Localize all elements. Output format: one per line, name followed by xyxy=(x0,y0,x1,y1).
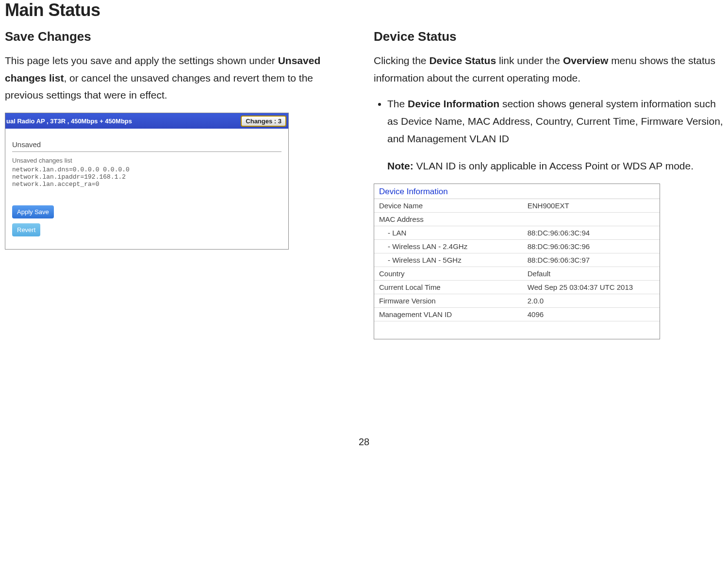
text-bold: Device Status xyxy=(429,55,496,66)
left-column: Save Changes This page lets you save and… xyxy=(5,29,354,339)
cell-value: ENH900EXT xyxy=(523,199,660,213)
unsaved-changes-list: network.lan.dns=0.0.0.0 0.0.0.0 network.… xyxy=(12,166,281,188)
table-row: Firmware Version 2.0.0 xyxy=(374,294,660,308)
table-row: Country Default xyxy=(374,267,660,281)
cell-value xyxy=(523,213,660,226)
table-row: Current Local Time Wed Sep 25 03:04:37 U… xyxy=(374,281,660,294)
cell-value: 88:DC:96:06:3C:94 xyxy=(523,226,660,240)
cell-label: Country xyxy=(374,267,523,281)
cell-value: 88:DC:96:06:3C:97 xyxy=(523,253,660,267)
cell-label: Device Name xyxy=(374,199,523,213)
table-row: - Wireless LAN - 5GHz 88:DC:96:06:3C:97 xyxy=(374,253,660,267)
table-row: - LAN 88:DC:96:06:3C:94 xyxy=(374,226,660,240)
cell-label: - Wireless LAN - 5GHz xyxy=(374,253,523,267)
cell-label: Management VLAN ID xyxy=(374,308,523,321)
page-number: 28 xyxy=(5,436,723,448)
table-row: MAC Address xyxy=(374,213,660,226)
table-row: Device Name ENH900EXT xyxy=(374,199,660,213)
unsaved-subheading: Unsaved changes list xyxy=(12,151,281,164)
device-status-list: The Device Information section shows gen… xyxy=(374,95,723,147)
screenshot-title: ual Radio AP , 3T3R , 450Mbps + 450Mbps xyxy=(6,117,132,125)
revert-button[interactable]: Revert xyxy=(12,223,40,236)
device-info-title: Device Information xyxy=(374,184,660,199)
device-info-table: Device Name ENH900EXT MAC Address - LAN … xyxy=(374,199,660,321)
text-segment: Clicking the xyxy=(374,55,429,66)
screenshot-topbar: ual Radio AP , 3T3R , 450Mbps + 450Mbps … xyxy=(5,113,288,129)
device-info-screenshot: Device Information Device Name ENH900EXT… xyxy=(374,184,660,339)
right-column: Device Status Clicking the Device Status… xyxy=(374,29,723,339)
page-title: Main Status xyxy=(5,0,723,20)
unsaved-heading: Unsaved xyxy=(12,140,281,149)
cell-label: - Wireless LAN - 2.4GHz xyxy=(374,240,523,253)
cell-label: MAC Address xyxy=(374,213,523,226)
cell-label: - LAN xyxy=(374,226,523,240)
list-item: The Device Information section shows gen… xyxy=(387,95,723,147)
save-changes-paragraph: This page lets you save and apply the se… xyxy=(5,52,354,104)
cell-value: 4096 xyxy=(523,308,660,321)
cell-value: Wed Sep 25 03:04:37 UTC 2013 xyxy=(523,281,660,294)
text-bold: Device Information xyxy=(408,98,499,109)
save-changes-heading: Save Changes xyxy=(5,29,354,44)
save-changes-screenshot: ual Radio AP , 3T3R , 450Mbps + 450Mbps … xyxy=(5,113,289,250)
apply-save-button[interactable]: Apply Save xyxy=(12,205,54,218)
device-status-intro: Clicking the Device Status link under th… xyxy=(374,52,723,86)
note-label: Note: xyxy=(387,160,414,171)
cell-label: Firmware Version xyxy=(374,294,523,308)
table-row: - Wireless LAN - 2.4GHz 88:DC:96:06:3C:9… xyxy=(374,240,660,253)
note-paragraph: Note: VLAN ID is only applicable in Acce… xyxy=(387,157,723,175)
text-segment: link under the xyxy=(496,55,563,66)
device-status-heading: Device Status xyxy=(374,29,723,44)
cell-value: 88:DC:96:06:3C:96 xyxy=(523,240,660,253)
text-segment: The xyxy=(387,98,408,109)
cell-value: Default xyxy=(523,267,660,281)
table-row: Management VLAN ID 4096 xyxy=(374,308,660,321)
cell-value: 2.0.0 xyxy=(523,294,660,308)
note-text: VLAN ID is only applicable in Access Poi… xyxy=(414,160,694,171)
text-segment: This page lets you save and apply the se… xyxy=(5,55,278,66)
screenshot-body: Unsaved Unsaved changes list network.lan… xyxy=(5,129,288,249)
cell-label: Current Local Time xyxy=(374,281,523,294)
changes-count-button[interactable]: Changes : 3 xyxy=(241,116,286,127)
text-bold: Overview xyxy=(563,55,608,66)
